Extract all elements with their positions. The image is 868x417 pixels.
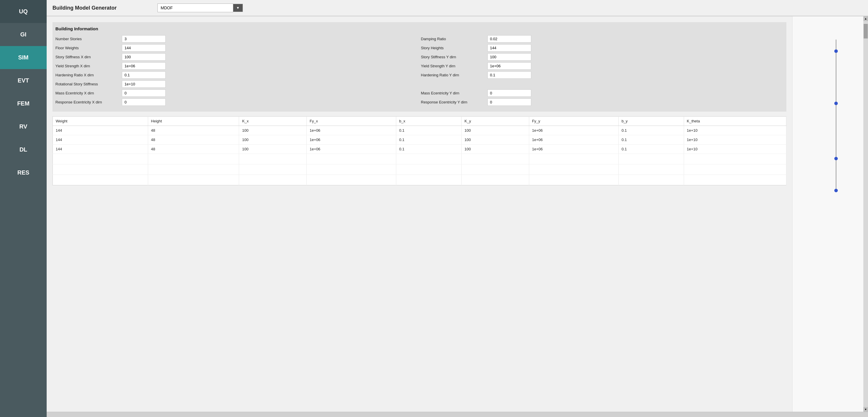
rotational-story-stiffness-label: Rotational Story Stiffness: [55, 82, 120, 86]
hardening-ratio-x-label: Hardening Ratio X dirn: [55, 73, 120, 77]
table-cell: 100: [239, 145, 307, 154]
table-cell: 1e+10: [684, 126, 786, 135]
table-cell: 1e+06: [529, 135, 618, 145]
table-cell: 0.1: [618, 126, 684, 135]
damping-ratio-label: Damping Ratio: [421, 37, 485, 41]
yield-strength-y-label: Yield Strength Y dirn: [421, 64, 485, 68]
table-cell: 100: [239, 126, 307, 135]
sidebar-item-dl[interactable]: DL: [0, 138, 46, 161]
table-row: 144481001e+060.11001e+060.11e+10: [53, 135, 786, 145]
table-cell: 1e+06: [307, 135, 396, 145]
page-title: Building Model Generator: [53, 5, 117, 11]
mass-eccentricity-x-label: Mass Ecentricity X dirn: [55, 91, 120, 95]
scroll-thumb[interactable]: [864, 24, 868, 38]
table-cell: 48: [148, 135, 239, 145]
floor-weights-label: Floor Weights: [55, 46, 120, 50]
bottom-scrollbar[interactable]: [46, 412, 868, 417]
col-by: b_y: [618, 117, 684, 126]
row-rotational-stiffness: Rotational Story Stiffness: [55, 81, 783, 88]
model-selector-wrapper: MDOF OpenSees Custom ▼: [157, 3, 243, 12]
data-table-wrapper: Weight Height K_x Fy_x b_x K_y Fy_y b_y …: [53, 116, 786, 185]
mass-eccentricity-y-input[interactable]: [488, 90, 531, 97]
select-arrow-icon[interactable]: ▼: [233, 4, 243, 12]
table-cell: 1e+06: [529, 126, 618, 135]
table-cell: 48: [148, 145, 239, 154]
table-cell: 144: [53, 145, 148, 154]
col-ktheta: K_theta: [684, 117, 786, 126]
rotational-story-stiffness-input[interactable]: [122, 81, 165, 88]
number-stories-input[interactable]: [122, 35, 165, 42]
sidebar-item-res[interactable]: RES: [0, 161, 46, 184]
table-cell: 0.1: [396, 126, 462, 135]
svg-point-3: [834, 157, 838, 160]
table-row-empty: [53, 175, 786, 185]
table-cell: 100: [239, 135, 307, 145]
table-row: 144481001e+060.11001e+060.11e+10: [53, 126, 786, 135]
building-visualization: [793, 16, 868, 219]
row-story-stiffness: Story Stiffness X dirn Story Stiffness Y…: [55, 53, 783, 61]
table-cell: 1e+10: [684, 145, 786, 154]
response-eccentricity-y-label: Response Ecentricity Y dirn: [421, 100, 485, 104]
scroll-track: [863, 21, 868, 407]
response-eccentricity-x-input[interactable]: [122, 98, 165, 106]
table-cell: 1e+10: [684, 135, 786, 145]
table-header-row: Weight Height K_x Fy_x b_x K_y Fy_y b_y …: [53, 117, 786, 126]
hardening-ratio-x-input[interactable]: [122, 71, 165, 79]
table-cell: 100: [462, 145, 529, 154]
scroll-up-button[interactable]: ▲: [863, 16, 868, 21]
svg-point-1: [834, 50, 838, 53]
sidebar-item-uq[interactable]: UQ: [0, 0, 46, 23]
right-panel: ▲ ▼: [792, 16, 868, 412]
col-ky: K_y: [462, 117, 529, 126]
table-cell: 100: [462, 126, 529, 135]
sidebar-item-rv[interactable]: RV: [0, 115, 46, 138]
scroll-down-button[interactable]: ▼: [863, 407, 868, 412]
model-select[interactable]: MDOF OpenSees Custom: [157, 3, 233, 12]
damping-ratio-input[interactable]: [488, 35, 531, 42]
row-floor-weights: Floor Weights Story Heights: [55, 44, 783, 52]
story-stiffness-y-label: Story Stiffness Y dirn: [421, 55, 485, 59]
col-bx: b_x: [396, 117, 462, 126]
building-info-section: Building Information Number Stories Damp…: [53, 22, 786, 111]
sidebar-item-evt[interactable]: EVT: [0, 69, 46, 92]
table-cell: 48: [148, 126, 239, 135]
mass-eccentricity-x-input[interactable]: [122, 90, 165, 97]
col-weight: Weight: [53, 117, 148, 126]
main-content: Building Model Generator MDOF OpenSees C…: [46, 0, 868, 417]
sidebar-item-sim[interactable]: SIM: [0, 46, 46, 69]
table-cell: 0.1: [618, 135, 684, 145]
story-heights-label: Story Heights: [421, 46, 485, 50]
floor-weights-input[interactable]: [122, 44, 165, 52]
yield-strength-y-input[interactable]: [488, 62, 531, 70]
sidebar-item-gi[interactable]: GI: [0, 23, 46, 46]
content-area: Building Information Number Stories Damp…: [46, 16, 868, 412]
response-eccentricity-y-input[interactable]: [488, 98, 531, 106]
row-response-eccentricity: Response Ecentricity X dirn Response Ece…: [55, 98, 783, 106]
hardening-ratio-y-input[interactable]: [488, 71, 531, 79]
col-fyy: Fy_y: [529, 117, 618, 126]
table-row: 144481001e+060.11001e+060.11e+10: [53, 145, 786, 154]
table-row-empty: [53, 154, 786, 164]
svg-point-2: [834, 102, 838, 105]
row-hardening-ratio: Hardening Ratio X dirn Hardening Ratio Y…: [55, 71, 783, 79]
table-cell: 1e+06: [529, 145, 618, 154]
table-cell: 1e+06: [307, 126, 396, 135]
header: Building Model Generator MDOF OpenSees C…: [46, 0, 868, 16]
yield-strength-x-input[interactable]: [122, 62, 165, 70]
col-height: Height: [148, 117, 239, 126]
table-cell: 144: [53, 126, 148, 135]
sidebar-item-fem[interactable]: FEM: [0, 92, 46, 115]
row-number-stories: Number Stories Damping Ratio: [55, 35, 783, 42]
section-title: Building Information: [55, 26, 783, 31]
table-cell: 0.1: [396, 145, 462, 154]
story-heights-input[interactable]: [488, 44, 531, 52]
form-panel: Building Information Number Stories Damp…: [46, 16, 792, 412]
table-cell: 1e+06: [307, 145, 396, 154]
table-cell: 100: [462, 135, 529, 145]
story-stiffness-x-label: Story Stiffness X dirn: [55, 55, 120, 59]
story-stiffness-x-input[interactable]: [122, 53, 165, 61]
svg-point-4: [834, 189, 838, 192]
table-row-empty: [53, 164, 786, 175]
story-stiffness-y-input[interactable]: [488, 53, 531, 61]
mass-eccentricity-y-label: Mass Ecentricity Y dirn: [421, 91, 485, 95]
